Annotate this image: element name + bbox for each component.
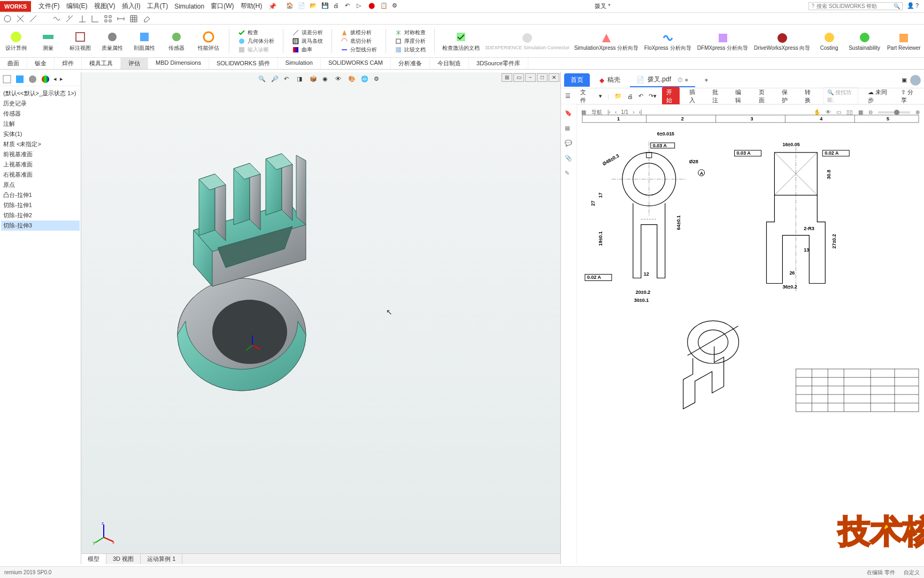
ribbon-tab-11[interactable]: 3DSource零件库 — [469, 58, 528, 69]
pdf-tab-1[interactable]: 📄拨叉.pdf⊙ ● — [630, 73, 695, 87]
btn-sym[interactable]: 对称检查 — [395, 29, 426, 36]
btn-zebra[interactable]: 斑马条纹 — [292, 37, 323, 45]
btn-dev[interactable]: 误差分析 — [292, 29, 323, 36]
sketch4-icon[interactable] — [91, 14, 99, 23]
pin-icon[interactable]: 📌 — [265, 1, 280, 12]
grid-icon[interactable] — [129, 14, 138, 23]
pdf-redo-icon[interactable]: ↷▾ — [649, 93, 657, 100]
tree-node-1[interactable]: 历史记录 — [1, 98, 80, 109]
zoom-area-icon[interactable]: 🔎 — [271, 75, 281, 85]
menu-edit[interactable]: 编辑(E) — [63, 0, 91, 13]
menu-insert[interactable]: 插入(I) — [119, 0, 144, 13]
menu-tools[interactable]: 工具(T) — [144, 0, 171, 13]
btn-sustain[interactable]: Sustainability — [850, 27, 880, 55]
btn-floxpress[interactable]: FloXpress 分析向导 — [645, 27, 690, 55]
options-icon[interactable]: 📋 — [380, 2, 389, 11]
vp-min-icon[interactable]: − — [525, 73, 536, 82]
viewport-tab-1[interactable]: 3D 视图 — [106, 554, 141, 564]
tree-node-4[interactable]: 实体(1) — [1, 129, 80, 139]
tree-appearance-icon[interactable] — [41, 74, 50, 84]
user-icon[interactable]: 👤 — [907, 2, 915, 11]
btn-simxpress[interactable]: SimulationXpress 分析向导 — [576, 27, 637, 55]
pdf-tab-0[interactable]: ◆稿壳 — [593, 73, 627, 87]
menu-window[interactable]: 窗口(W) — [207, 0, 237, 13]
bookmark-icon[interactable]: 🔖 — [565, 110, 573, 118]
sketch1-icon[interactable] — [52, 14, 61, 23]
sign-icon[interactable]: ✎ — [565, 170, 573, 178]
tree-node-0[interactable]: (默认<<默认>_显示状态 1>) — [1, 88, 80, 98]
btn-dfmxpress[interactable]: DFMXpress 分析向导 — [698, 27, 747, 55]
save-icon[interactable]: 💾 — [321, 2, 330, 11]
thumbs-icon[interactable]: ▦ — [565, 125, 573, 133]
open-icon[interactable]: 📂 — [310, 2, 318, 11]
ribbon-tab-7[interactable]: Simulation — [278, 58, 321, 69]
status-custom[interactable]: 自定义 — [904, 569, 920, 576]
btn-driveworks[interactable]: DriveWorksXpress 向导 — [756, 27, 809, 55]
ribbon-tab-2[interactable]: 焊件 — [55, 58, 82, 69]
btn-partreviewer[interactable]: Part Reviewer — [888, 27, 920, 55]
sketch3-icon[interactable] — [78, 14, 87, 23]
tree-node-8[interactable]: 右视基准面 — [1, 170, 80, 180]
view-settings-icon[interactable]: ⚙ — [374, 75, 383, 85]
ribbon-tab-0[interactable]: 曲面 — [0, 58, 27, 69]
rebuild-icon[interactable]: ⬤ — [368, 2, 377, 11]
btn-sensor[interactable]: 传感器 — [165, 27, 188, 55]
btn-thick[interactable]: 厚度分析 — [395, 37, 426, 45]
help-search[interactable]: ? 🔍 — [808, 2, 903, 10]
menu-file[interactable]: 文件(F) — [35, 0, 63, 13]
pdf-search-input[interactable]: 🔍 搜找功能、 — [823, 87, 858, 105]
tree-display-icon[interactable] — [15, 74, 25, 84]
tree-node-11[interactable]: 切除-拉伸1 — [1, 200, 80, 210]
menu-view[interactable]: 视图(V) — [91, 0, 119, 13]
3d-viewport[interactable]: ⊞ ▭ − □ ✕ 🔍 🔎 ↶ ◨ 📦 ◉ 👁 🎨 🌐 ⚙ — [81, 72, 560, 564]
tree-node-9[interactable]: 原点 — [1, 180, 80, 190]
tree-config-icon[interactable] — [2, 74, 12, 84]
tree-nav-left[interactable]: ◂ — [53, 75, 57, 82]
help-search-input[interactable] — [817, 3, 891, 9]
vp-tile-icon[interactable]: ⊞ — [502, 73, 512, 82]
prev-view-icon[interactable]: ↶ — [284, 75, 294, 85]
pdf-print-icon[interactable]: 🖨 — [627, 93, 633, 100]
pdf-open-icon[interactable]: 📁 — [614, 93, 622, 100]
pdf-window-icon[interactable]: ▣ — [902, 77, 907, 83]
ribbon-tab-6[interactable]: SOLIDWORKS 插件 — [209, 58, 278, 69]
btn-geom[interactable]: 几何体分析 — [238, 37, 274, 45]
tree-prop-icon[interactable] — [28, 74, 37, 84]
btn-check-active[interactable]: 检查激活的文档 — [443, 27, 479, 55]
settings-icon[interactable]: ⚙ — [392, 2, 401, 11]
ribbon-tab-3[interactable]: 模具工具 — [82, 58, 121, 69]
tree-node-10[interactable]: 凸台-拉伸1 — [1, 190, 80, 200]
ribbon-tab-9[interactable]: 分析准备 — [391, 58, 430, 69]
ribbon-tab-8[interactable]: SOLIDWORKS CAM — [321, 58, 391, 69]
hide-show-icon[interactable]: 👁 — [335, 75, 345, 85]
zoom-fit-icon[interactable]: 🔍 — [258, 75, 268, 85]
dim-icon[interactable] — [117, 14, 125, 23]
sketch2-icon[interactable] — [65, 14, 74, 23]
pdf-undo-icon[interactable]: ↶ — [638, 93, 643, 100]
vp-close-icon[interactable]: ✕ — [549, 73, 559, 82]
btn-import-diag[interactable]: 输入诊断 — [238, 46, 274, 54]
btn-perf[interactable]: 性能评估 — [197, 27, 220, 55]
pdf-share-button[interactable]: ⇪ 分享 — [897, 87, 920, 106]
circle-icon[interactable] — [3, 14, 12, 23]
vp-max-icon[interactable]: □ — [537, 73, 548, 82]
btn-3dx[interactable]: 3DEXPERIENCE Simulation Connector — [487, 27, 567, 55]
btn-check[interactable]: 检查 — [238, 29, 274, 36]
tree-node-6[interactable]: 前视基准面 — [1, 149, 80, 159]
help-question-icon[interactable]: ? — [915, 2, 924, 11]
btn-parting[interactable]: 分型线分析 — [341, 46, 377, 54]
pdf-page-button[interactable]: 页面 — [754, 87, 772, 106]
pdf-avatar-icon[interactable] — [910, 75, 921, 86]
undo-icon[interactable]: ↶ — [345, 2, 353, 11]
viewport-tab-0[interactable]: 模型 — [81, 554, 106, 564]
menu-help[interactable]: 帮助(H) — [237, 0, 266, 13]
attach-icon[interactable]: 📎 — [565, 155, 573, 163]
pdf-file-menu[interactable]: 文件 — [576, 87, 594, 106]
apply-scene-icon[interactable]: 🌐 — [361, 75, 371, 85]
pdf-tab-new[interactable]: + — [698, 74, 715, 86]
pattern-icon[interactable] — [104, 14, 112, 23]
view-triad[interactable]: z x y — [92, 521, 116, 545]
tree-node-13[interactable]: 切除-拉伸3 — [1, 220, 80, 231]
pdf-menu-icon[interactable]: ☰ — [565, 93, 571, 100]
comments-icon[interactable]: 💬 — [565, 140, 573, 148]
